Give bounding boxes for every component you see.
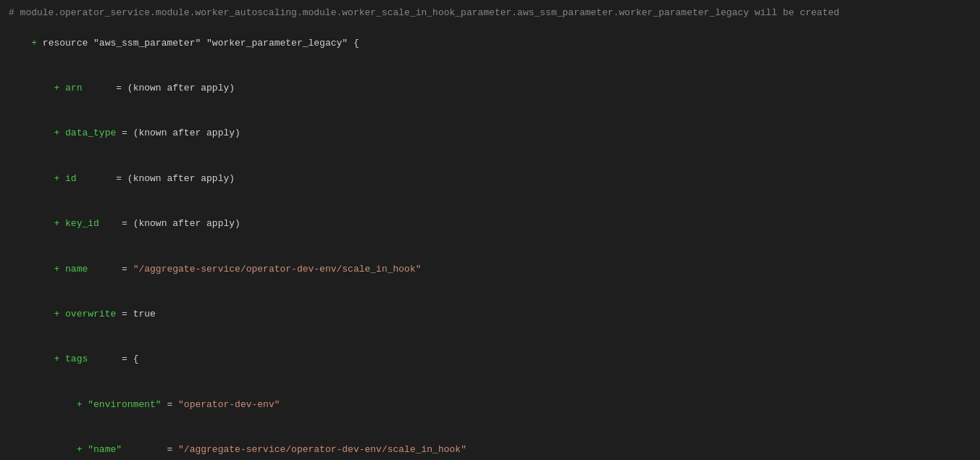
arn-pad: = (known after apply) <box>82 83 235 93</box>
tags-name-eq: = <box>122 444 178 455</box>
name-eq: = <box>88 264 133 275</box>
id-plus: + id <box>31 173 76 184</box>
tags-name-plus: + "name" <box>31 444 122 455</box>
tags-open-line: + tags = { <box>9 338 971 382</box>
plus-prefix: + <box>31 38 43 49</box>
arn-line: + arn = (known after apply) <box>9 66 971 111</box>
overwrite-line: + overwrite = true <box>9 292 971 337</box>
resource-declaration: resource "aws_ssm_parameter" "worker_par… <box>43 38 359 49</box>
comment-line: # module.operator_service.module.worker_… <box>9 6 971 21</box>
name-line: + name = "/aggregate-service/operator-de… <box>9 247 971 292</box>
overwrite-val: = true <box>116 309 156 319</box>
key-id-plus: + key_id <box>31 218 99 229</box>
name-val: "/aggregate-service/operator-dev-env/sca… <box>133 264 422 275</box>
overwrite-plus: + overwrite <box>31 309 116 319</box>
id-line: + id = (known after apply) <box>9 156 971 201</box>
tags-env-line: + "environment" = "operator-dev-env" <box>9 382 971 427</box>
tags-eq: = { <box>88 354 138 364</box>
data-type-val: = (known after apply) <box>116 127 240 138</box>
key-id-val: = (known after apply) <box>99 218 240 229</box>
key-id-line: + key_id = (known after apply) <box>9 201 971 246</box>
terminal-output: # module.operator_service.module.worker_… <box>0 0 980 460</box>
id-val: = (known after apply) <box>77 173 235 184</box>
resource-open-line: + resource "aws_ssm_parameter" "worker_p… <box>9 21 971 66</box>
tags-env-eq: = <box>162 399 178 410</box>
tags-name-val: "/aggregate-service/operator-dev-env/sca… <box>178 444 466 455</box>
name-plus: + name <box>31 264 88 275</box>
data-type-line: + data_type = (known after apply) <box>9 112 971 156</box>
tags-name-line: + "name" = "/aggregate-service/operator-… <box>9 427 971 460</box>
arn-plus: + arn <box>31 83 82 93</box>
tags-env-val: "operator-dev-env" <box>178 399 280 410</box>
tags-env-plus: + "environment" <box>31 399 161 410</box>
tags-plus: + tags <box>31 354 88 364</box>
data-type-plus: + data_type <box>31 127 116 138</box>
